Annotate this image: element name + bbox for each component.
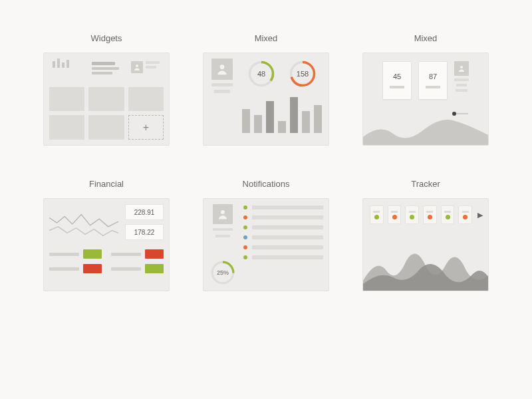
value-b: 178.22: [125, 224, 164, 240]
data-point-icon: [452, 112, 456, 116]
chip-red: [83, 264, 102, 273]
svg-point-6: [460, 66, 463, 68]
title-notifications: Notifications: [243, 179, 290, 189]
plus-icon: +: [143, 122, 149, 134]
next-arrow-icon[interactable]: ▶: [477, 211, 483, 219]
cell-mixed-2: Mixed 45 87: [359, 33, 492, 146]
card-mixed-1[interactable]: 48 158: [203, 53, 329, 146]
widget-placeholder: [128, 87, 164, 112]
title-tracker: Tracker: [411, 179, 440, 189]
profile-mini: [454, 61, 469, 100]
progress-gauge: 25%: [210, 260, 235, 285]
stat-card-b: 87: [418, 61, 448, 100]
stat-a-value: 45: [393, 72, 401, 80]
list-item: [243, 215, 323, 219]
widget-profile: [128, 59, 164, 83]
gauge-a: 48: [247, 60, 275, 88]
cell-tracker: Tracker ▶: [359, 179, 492, 291]
area-chart: [363, 237, 489, 291]
chip-red: [145, 249, 164, 259]
wave-chart: [363, 110, 489, 145]
person-icon: [211, 59, 233, 80]
list-item: [243, 255, 323, 259]
person-icon: [131, 61, 143, 73]
person-icon: [454, 61, 469, 76]
widget-mini-chart: [49, 59, 84, 83]
gauge-a-value: 48: [247, 60, 275, 88]
card-financial[interactable]: 228.91 178.22: [43, 198, 170, 291]
gauge-b: 158: [289, 60, 317, 88]
badge: [441, 205, 455, 224]
template-grid: Widgets: [40, 33, 492, 291]
chip-green: [145, 264, 164, 273]
add-widget-button[interactable]: +: [128, 115, 164, 140]
badge: [405, 205, 419, 224]
line-chart: [49, 204, 120, 243]
cell-widgets: Widgets: [40, 33, 173, 146]
widget-placeholder: [49, 87, 84, 112]
badge: [423, 205, 437, 224]
stat-b-value: 87: [429, 72, 437, 80]
cell-financial: Financial 228.91 178.22: [40, 179, 173, 291]
svg-point-7: [221, 210, 225, 214]
badge: [370, 205, 384, 224]
widget-placeholder: [49, 115, 84, 140]
widget-text-block: [88, 59, 124, 83]
list-item: [243, 225, 323, 229]
card-mixed-2[interactable]: 45 87: [362, 53, 489, 146]
list-item: [243, 235, 323, 239]
profile-panel: [209, 59, 235, 140]
gauge-value: 25%: [210, 260, 235, 285]
stat-card-a: 45: [382, 61, 412, 100]
card-widgets[interactable]: +: [43, 53, 170, 146]
widget-placeholder: [88, 115, 124, 140]
legend-rows: [49, 249, 164, 273]
card-notifications[interactable]: 25%: [203, 198, 329, 291]
list-item: [243, 205, 323, 209]
card-tracker[interactable]: ▶: [362, 198, 489, 291]
gauge-b-value: 158: [289, 60, 317, 88]
badge-row: ▶: [368, 204, 483, 224]
list-item: [243, 245, 323, 249]
cell-mixed-1: Mixed 48 158: [200, 33, 332, 146]
widget-placeholder: [88, 87, 124, 112]
title-mixed-2: Mixed: [414, 33, 438, 43]
cell-notifications: Notifications 25%: [200, 179, 332, 291]
title-mixed-1: Mixed: [255, 33, 278, 43]
svg-point-1: [220, 65, 225, 69]
notification-list: [243, 204, 323, 285]
bar-chart: [241, 93, 323, 133]
badge: [458, 205, 472, 224]
chip-green: [83, 249, 102, 259]
title-widgets: Widgets: [91, 33, 122, 43]
badge: [388, 205, 402, 224]
value-a: 228.91: [125, 204, 164, 220]
title-financial: Financial: [89, 179, 124, 189]
person-icon: [213, 204, 233, 224]
svg-point-0: [136, 65, 138, 67]
